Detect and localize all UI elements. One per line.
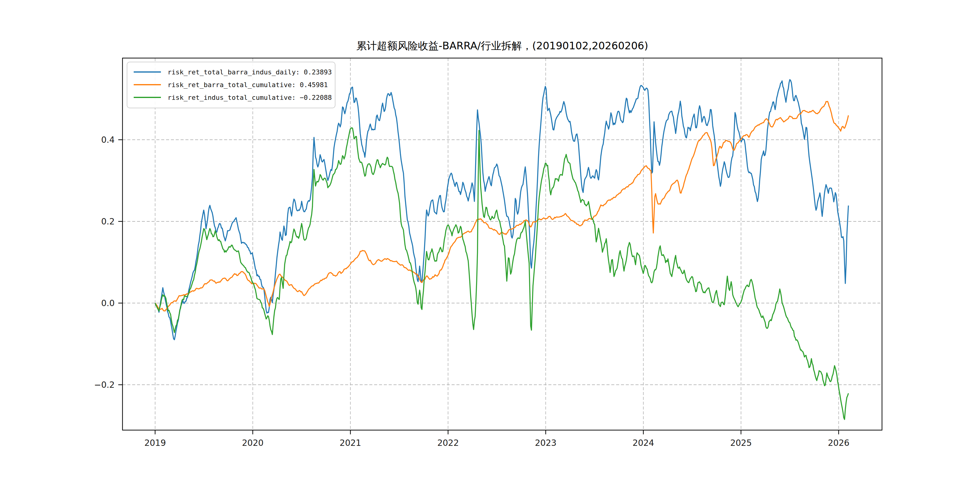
x-tick-label: 2021 bbox=[340, 438, 361, 448]
plot-border bbox=[123, 58, 882, 430]
y-tick-label: 0.0 bbox=[101, 298, 115, 308]
grid-layer bbox=[123, 58, 882, 430]
y-tick-label: 0.2 bbox=[101, 216, 115, 227]
x-tick-label: 2023 bbox=[535, 438, 557, 448]
x-tick-label: 2022 bbox=[438, 438, 459, 448]
series-layer bbox=[155, 80, 848, 419]
y-tick-label: −0.2 bbox=[94, 380, 115, 390]
series-line-risk_ret_barra_total_cumulative bbox=[155, 101, 848, 311]
series-line-risk_ret_total_barra_indus_daily bbox=[155, 80, 848, 340]
axes-layer: −0.20.00.20.4201920202021202220232024202… bbox=[94, 58, 882, 448]
x-tick-label: 2025 bbox=[730, 438, 752, 448]
x-tick-label: 2020 bbox=[242, 438, 263, 448]
legend-label: risk_ret_total_barra_indus_daily: 0.2389… bbox=[167, 68, 332, 76]
figure: −0.20.00.20.4201920202021202220232024202… bbox=[0, 0, 980, 490]
legend-box: risk_ret_total_barra_indus_daily: 0.2389… bbox=[127, 62, 335, 108]
y-tick-label: 0.4 bbox=[101, 135, 115, 145]
x-tick-label: 2019 bbox=[144, 438, 166, 448]
legend-label: risk_ret_barra_total_cumulative: 0.45981 bbox=[167, 81, 328, 89]
chart-canvas: −0.20.00.20.4201920202021202220232024202… bbox=[0, 0, 980, 490]
chart-title: 累计超额风险收益-BARRA/行业拆解，(20190102,20260206) bbox=[356, 40, 648, 52]
legend-label: risk_ret_indus_total_cumulative: −0.2208… bbox=[167, 94, 332, 101]
x-tick-label: 2024 bbox=[632, 438, 654, 448]
x-tick-label: 2026 bbox=[828, 438, 850, 448]
series-line-risk_ret_indus_total_cumulative bbox=[155, 128, 848, 419]
